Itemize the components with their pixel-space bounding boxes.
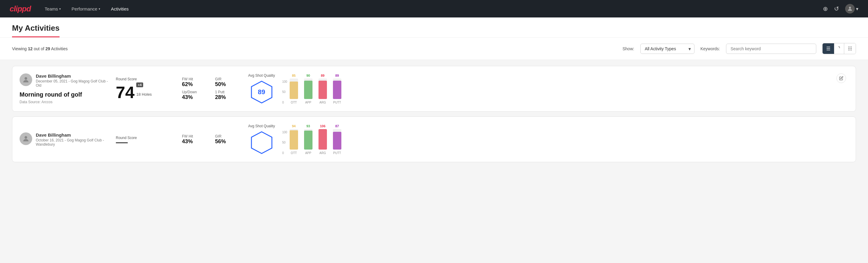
svg-point-3 [25, 136, 27, 139]
refresh-icon[interactable]: ↺ [834, 5, 839, 12]
fw-hit-label-2: FW Hit [182, 134, 209, 139]
bar-chart-section-2: 100 50 0 94 OTT 93 APP 106 ARG 87 [282, 124, 341, 155]
bar-label-arg: ARG [319, 101, 326, 104]
bar-value-arg: 106 [320, 124, 326, 128]
data-source-1: Data Source: Arccos [20, 100, 110, 104]
bar-value-putt: 89 [335, 74, 339, 77]
bar-group-ott: 94 OTT [290, 124, 298, 155]
grid-view-button[interactable]: ⌝ [834, 43, 844, 54]
updown-stat: Up/Down 43% [182, 90, 209, 100]
bar-wrapper-arg [318, 79, 327, 99]
bar-group-putt: 89 PUTT [333, 74, 341, 104]
nav-item-performance[interactable]: Performance ▾ [67, 4, 104, 14]
user-menu-chevron-icon: ▾ [856, 6, 858, 12]
round-score-label-1: Round Score [116, 77, 176, 81]
activity-card-1: Dave Billingham December 05, 2021 - Gog … [12, 66, 856, 112]
activity-card-2: Dave Billingham October 16, 2021 - Gog M… [12, 116, 856, 162]
bar-label-putt: PUTT [333, 101, 341, 104]
updown-label: Up/Down [182, 90, 209, 94]
logo[interactable]: clippd [10, 4, 31, 13]
fw-hit-stat: FW Hit 62% [182, 77, 209, 88]
avatar [845, 4, 855, 13]
hexagon-1: 89 [250, 80, 274, 104]
card-user-info-2: Dave Billingham October 16, 2021 - Gog M… [36, 133, 110, 147]
nav-items: Teams ▾ Performance ▾ Activities [40, 4, 813, 14]
score-section-1: Round Score 74 +4 18 Holes [116, 77, 176, 101]
bar-group-arg: 106 ARG [318, 124, 327, 155]
bar-value-arg: 89 [321, 74, 324, 77]
gir-stat-2: GIR 56% [215, 134, 242, 145]
activity-type-select-wrapper: All Activity Types [640, 43, 694, 54]
activity-title-1: Morning round of golf [20, 91, 110, 98]
bar-wrapper-app [304, 129, 312, 150]
svg-point-1 [25, 77, 27, 80]
card-left-section: Dave Billingham December 05, 2021 - Gog … [20, 74, 110, 104]
card-left-section-2: Dave Billingham October 16, 2021 - Gog M… [20, 133, 110, 147]
edit-button-1[interactable] [836, 74, 846, 83]
fw-hit-value-2: 43% [182, 139, 209, 145]
user-name-2: Dave Billingham [36, 133, 110, 138]
gir-value-2: 56% [215, 139, 242, 145]
activity-type-select[interactable]: All Activity Types [640, 43, 694, 54]
hexagon-container-2 [248, 130, 275, 155]
add-icon[interactable]: ⊕ [823, 5, 828, 12]
quality-left: Avg Shot Quality 89 [248, 74, 275, 104]
bar-wrapper-ott [290, 79, 298, 99]
fw-hit-stat-2: FW Hit 43% [182, 134, 209, 145]
gir-label-2: GIR [215, 134, 242, 139]
oneputt-value: 28% [215, 94, 242, 100]
page-title: My Activities [12, 24, 60, 37]
bar-value-ott: 94 [292, 124, 296, 128]
user-date-2: October 16, 2021 - Gog Magog Golf Club -… [36, 138, 110, 147]
bar-value-putt: 87 [335, 124, 339, 128]
bar-value-ott: 85 [292, 74, 296, 77]
bar-value-app: 93 [307, 124, 310, 128]
nav-item-activities[interactable]: Activities [107, 4, 133, 14]
bar-fill-putt [333, 81, 341, 99]
quality-section-2: Avg Shot Quality 100 50 0 94 [248, 124, 830, 155]
bar-fill-ott [290, 130, 298, 150]
bar-fill-app [304, 130, 312, 150]
search-input[interactable] [726, 43, 816, 54]
bar-label-ott: OTT [291, 101, 297, 104]
list-view-button[interactable]: ☰ [823, 43, 834, 54]
bar-group-app: 90 APP [304, 74, 312, 104]
bar-fill-arg [318, 81, 327, 99]
hexagon-2 [250, 130, 274, 155]
user-date-1: December 05, 2021 - Gog Magog Golf Club … [36, 79, 110, 88]
bar-group-arg: 89 ARG [318, 74, 327, 104]
bar-fill-arg [318, 129, 327, 150]
compact-view-button[interactable]: ☷ [844, 43, 856, 54]
user-menu-button[interactable]: ▾ [845, 4, 858, 13]
gir-value: 50% [215, 81, 242, 88]
bars-2: 94 OTT 93 APP 106 ARG 87 PUTT [290, 124, 341, 155]
bar-fill-ott [290, 82, 298, 99]
score-badge-1: +4 [136, 83, 143, 87]
viewing-text: Viewing 12 out of 29 Activities [12, 46, 617, 51]
view-toggles: ☰ ⌝ ☷ [822, 43, 856, 54]
chart-y-labels-2: 100 50 0 [282, 130, 288, 155]
teams-chevron-icon: ▾ [59, 7, 61, 10]
bar-label-app: APP [305, 101, 311, 104]
nav-item-teams[interactable]: Teams ▾ [40, 4, 65, 14]
page-header: My Activities [0, 18, 868, 38]
score-holes-1: 18 Holes [136, 92, 152, 96]
card-user-info-1: Dave Billingham December 05, 2021 - Gog … [36, 74, 110, 88]
navbar: clippd Teams ▾ Performance ▾ Activities … [0, 0, 868, 18]
content: Dave Billingham December 05, 2021 - Gog … [0, 60, 868, 173]
bar-wrapper-putt [333, 129, 341, 150]
oneputt-stat: 1 Putt 28% [215, 90, 242, 100]
bar-group-ott: 85 OTT [290, 74, 298, 104]
score-number-1: 74 [116, 84, 134, 101]
keywords-label: Keywords: [701, 46, 720, 51]
fw-hit-value: 62% [182, 81, 209, 88]
stats-section-2: FW Hit 43% GIR 56% [182, 134, 242, 145]
user-name-1: Dave Billingham [36, 74, 110, 79]
hexagon-score-1: 89 [258, 88, 265, 96]
gir-label: GIR [215, 77, 242, 81]
svg-marker-4 [251, 132, 272, 153]
avg-quality-label-1: Avg Shot Quality [248, 74, 275, 78]
bar-fill-app [304, 81, 312, 99]
filter-bar: Viewing 12 out of 29 Activities Show: Al… [0, 38, 868, 60]
quality-left-2: Avg Shot Quality [248, 124, 275, 155]
